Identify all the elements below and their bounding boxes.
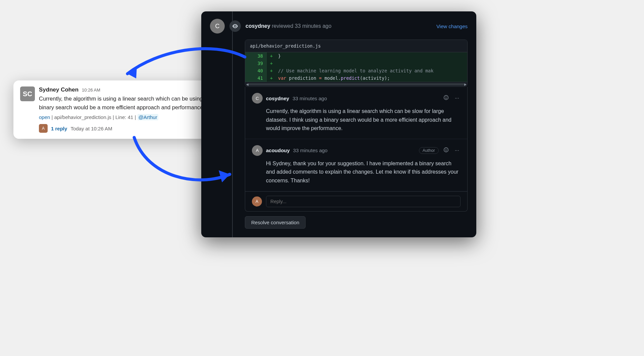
diff-line-number: 39 (245, 60, 267, 67)
slack-message-text: Currently, the algorithm is using a line… (39, 95, 208, 112)
slack-status[interactable]: open (39, 114, 50, 120)
svg-point-2 (446, 97, 447, 97)
comment-avatar[interactable]: C (252, 93, 263, 104)
slack-reply-count: 1 reply (51, 126, 67, 131)
slack-author-name[interactable]: Sydney Cohen (39, 86, 78, 93)
review-comments: Ccosydney33 minutes ago···Currently, the… (245, 87, 468, 212)
diff-code (276, 60, 280, 67)
slack-message-card: SC Sydney Cohen 10:26 AM Currently, the … (13, 80, 215, 139)
horizontal-scrollbar[interactable]: ◀ ▶ (245, 82, 467, 86)
scroll-left-icon[interactable]: ◀ (245, 82, 249, 86)
kebab-icon[interactable]: ··· (453, 95, 461, 102)
comment-username[interactable]: cosydney (266, 96, 289, 101)
slack-reply-time: Today at 10:26 AM (70, 126, 112, 131)
reply-row: A (245, 191, 467, 211)
eye-icon (229, 20, 241, 32)
author-badge: Author (419, 147, 439, 154)
svg-point-0 (444, 96, 448, 100)
review-comment: Aacoudouy33 minutes agoAuthor···Hi Sydne… (245, 139, 467, 191)
diff-marker: + (267, 60, 276, 67)
diff-line: 38+} (245, 52, 467, 60)
diff-marker: + (267, 74, 276, 82)
kebab-icon[interactable]: ··· (453, 147, 461, 154)
slack-timestamp: 10:26 AM (82, 87, 100, 93)
diff-line: 39+ (245, 60, 467, 67)
diff-line-number: 40 (245, 67, 267, 74)
reviewer-avatar[interactable]: C (210, 19, 225, 34)
slack-reply-avatar: A (39, 124, 48, 133)
emoji-icon[interactable] (442, 146, 450, 155)
diff-line-number: 38 (245, 52, 267, 60)
diff-lines: 38+}39+40+// Use machine learning model … (245, 52, 467, 82)
comment-time: 33 minutes ago (292, 96, 327, 101)
svg-point-1 (445, 97, 445, 97)
review-action: reviewed (272, 23, 293, 29)
review-comment: Ccosydney33 minutes ago···Currently, the… (245, 87, 467, 139)
reply-avatar[interactable]: A (252, 196, 262, 206)
diff-block: api/behavior_prediction.js 38+}39+40+// … (245, 40, 468, 87)
diff-marker: + (267, 67, 276, 74)
diff-marker: + (267, 52, 276, 60)
slack-avatar[interactable]: SC (20, 86, 35, 101)
slack-mention[interactable]: @Arthur (138, 114, 158, 120)
comment-username[interactable]: acoudouy (266, 147, 290, 153)
diff-code: // Use machine learning model to analyze… (276, 67, 435, 74)
diff-filename[interactable]: api/behavior_prediction.js (245, 40, 467, 52)
view-changes-link[interactable]: View changes (436, 23, 468, 29)
slack-file-path: api/behavior_prediction.js (54, 114, 111, 120)
comment-body: Currently, the algorithm is using a line… (252, 107, 461, 133)
github-review-panel: C cosydney reviewed 33 minutes ago View … (201, 11, 476, 237)
diff-code: var prediction = model.predict(activity)… (276, 74, 392, 82)
emoji-icon[interactable] (442, 94, 450, 102)
diff-line: 40+// Use machine learning model to anal… (245, 67, 467, 74)
svg-point-4 (445, 149, 445, 150)
comment-avatar[interactable]: A (252, 145, 263, 156)
comment-time: 33 minutes ago (293, 147, 328, 153)
svg-marker-6 (127, 66, 137, 78)
svg-point-3 (444, 147, 448, 152)
reply-input[interactable] (266, 196, 461, 207)
resolve-conversation-button[interactable]: Resolve conversation (245, 216, 306, 229)
reviewer-username[interactable]: cosydney (246, 23, 270, 29)
review-time: 33 minutes ago (295, 23, 331, 29)
diff-line-number: 41 (245, 74, 267, 82)
diff-line: 41+var prediction = model.predict(activi… (245, 74, 467, 82)
review-header-text: cosydney reviewed 33 minutes ago (246, 23, 432, 29)
svg-point-5 (446, 149, 447, 150)
scroll-right-icon[interactable]: ▶ (463, 82, 467, 86)
slack-meta-line: open | api/behavior_prediction.js | Line… (39, 114, 208, 120)
timeline-gutter (232, 11, 233, 237)
diff-code: } (276, 52, 283, 60)
comment-body: Hi Sydney, thank you for your suggestion… (252, 159, 461, 185)
review-header: C cosydney reviewed 33 minutes ago View … (210, 19, 468, 34)
slack-thread-link[interactable]: A 1 reply Today at 10:26 AM (39, 124, 208, 133)
slack-line-label: Line: 41 (115, 114, 133, 120)
